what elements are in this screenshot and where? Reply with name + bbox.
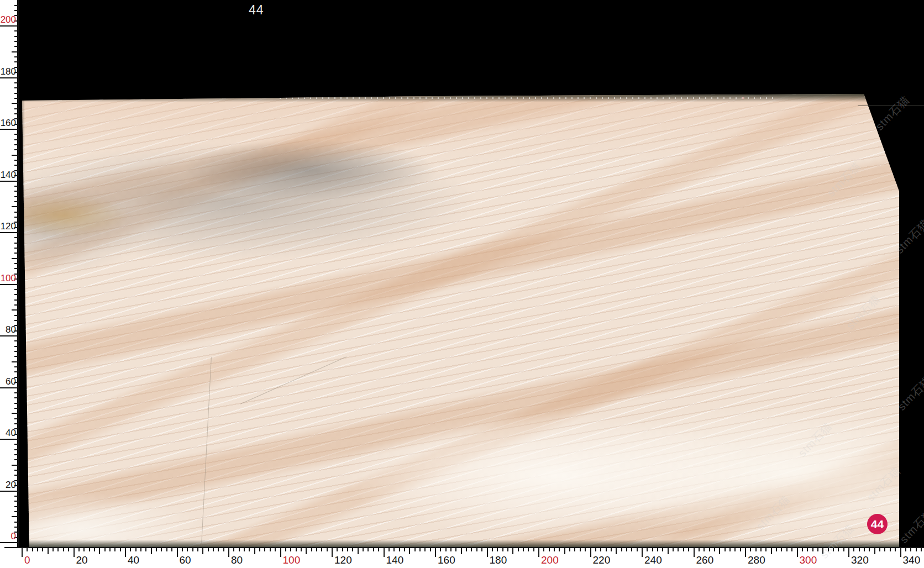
ruler-tick: [244, 548, 245, 551]
ruler-tick: [812, 548, 813, 551]
ruler-tick: [916, 548, 917, 551]
ruler-tick: [642, 548, 643, 557]
ruler-label: 280: [748, 555, 765, 566]
ruler-label: 20: [0, 480, 16, 490]
ruler-tick: [765, 548, 767, 551]
ruler-tick: [725, 548, 726, 551]
ruler-tick: [424, 548, 426, 551]
ruler-label: 240: [644, 555, 662, 566]
ruler-tick: [14, 61, 19, 62]
ruler-tick: [12, 465, 19, 466]
ruler-tick: [569, 548, 570, 551]
ruler-tick: [606, 548, 607, 551]
ruler-tick: [14, 248, 19, 249]
ruler-tick: [704, 548, 705, 551]
ruler-tick: [78, 548, 80, 551]
ruler-tick: [0, 77, 19, 78]
ruler-tick: [171, 548, 172, 551]
ruler-tick: [14, 444, 19, 445]
ruler-tick: [14, 165, 19, 166]
ruler-tick: [14, 268, 19, 269]
ruler-tick: [27, 548, 28, 551]
ruler-tick: [182, 548, 183, 551]
ruler-tick: [440, 548, 441, 551]
ruler-tick: [14, 144, 19, 145]
ruler-tick: [874, 548, 875, 554]
ruler-label: 340: [903, 555, 921, 566]
ruler-tick: [63, 548, 64, 551]
ruler-tick: [528, 548, 529, 551]
ruler-tick: [0, 25, 19, 27]
ruler-tick: [14, 98, 19, 99]
ruler-label: 140: [0, 170, 16, 180]
ruler-label: 320: [851, 555, 869, 566]
ruler-tick: [14, 294, 19, 295]
ruler-tick: [306, 548, 307, 554]
slab-number-badge: 44: [867, 514, 888, 534]
ruler-tick: [14, 506, 19, 507]
ruler-tick: [14, 527, 19, 528]
ruler-tick: [109, 548, 111, 551]
ruler-tick: [14, 217, 19, 218]
ruler-tick: [275, 548, 276, 551]
ruler-tick: [14, 82, 19, 83]
ruler-tick: [538, 548, 539, 557]
ruler-tick: [239, 548, 240, 551]
ruler-tick: [683, 548, 684, 551]
ruler-tick: [373, 548, 374, 551]
ruler-tick: [409, 548, 410, 554]
ruler-tick: [14, 10, 19, 11]
ruler-tick: [12, 413, 19, 414]
ruler-tick: [218, 548, 219, 551]
ruler-tick: [549, 548, 550, 551]
ruler-tick: [590, 548, 591, 557]
ruler-tick: [14, 212, 19, 213]
ruler-tick: [249, 548, 250, 551]
ruler-tick: [507, 548, 508, 551]
ruler-tick: [399, 548, 400, 551]
ruler-tick: [321, 548, 322, 551]
ruler-tick: [0, 439, 19, 440]
ruler-tick: [543, 548, 544, 551]
ruler-tick: [14, 346, 19, 347]
ruler-tick: [450, 548, 452, 551]
ruler-tick: [14, 459, 19, 460]
ruler-tick: [14, 511, 19, 512]
ruler-tick: [859, 548, 860, 551]
ruler-tick: [228, 548, 229, 557]
ruler-tick: [14, 403, 19, 404]
ruler-label: 140: [386, 555, 404, 566]
ruler-tick: [290, 548, 291, 551]
ruler-tick: [14, 496, 19, 497]
ruler-label: 300: [800, 555, 817, 566]
ruler-tick: [760, 548, 762, 551]
ruler-tick: [14, 371, 19, 372]
ruler-tick: [879, 548, 880, 551]
ruler-label: 0: [0, 532, 16, 541]
ruler-tick: [48, 548, 49, 554]
ruler-tick: [14, 263, 19, 264]
ruler-tick: [104, 548, 106, 551]
ruler-label: 80: [0, 325, 16, 335]
ruler-tick: [378, 548, 379, 551]
ruler-tick: [332, 548, 333, 557]
ruler-tick: [296, 548, 297, 551]
ruler-tick: [14, 201, 19, 202]
ruler-tick: [12, 155, 19, 156]
ruler-tick: [280, 548, 281, 557]
ruler-tick: [781, 548, 782, 551]
ruler-tick: [734, 548, 736, 551]
ruler-tick: [316, 548, 317, 551]
ruler-tick: [0, 181, 19, 182]
ruler-tick: [14, 408, 19, 409]
ruler-tick: [512, 548, 513, 554]
ruler-tick: [114, 548, 116, 551]
badge-number: 44: [871, 518, 884, 531]
ruler-tick: [621, 548, 622, 551]
ruler-tick: [301, 548, 302, 551]
ruler-label: 260: [696, 555, 714, 566]
ruler-label: 120: [0, 222, 16, 232]
ruler-label: 40: [0, 428, 16, 438]
ruler-tick: [616, 548, 617, 554]
ruler-tick: [12, 309, 19, 311]
